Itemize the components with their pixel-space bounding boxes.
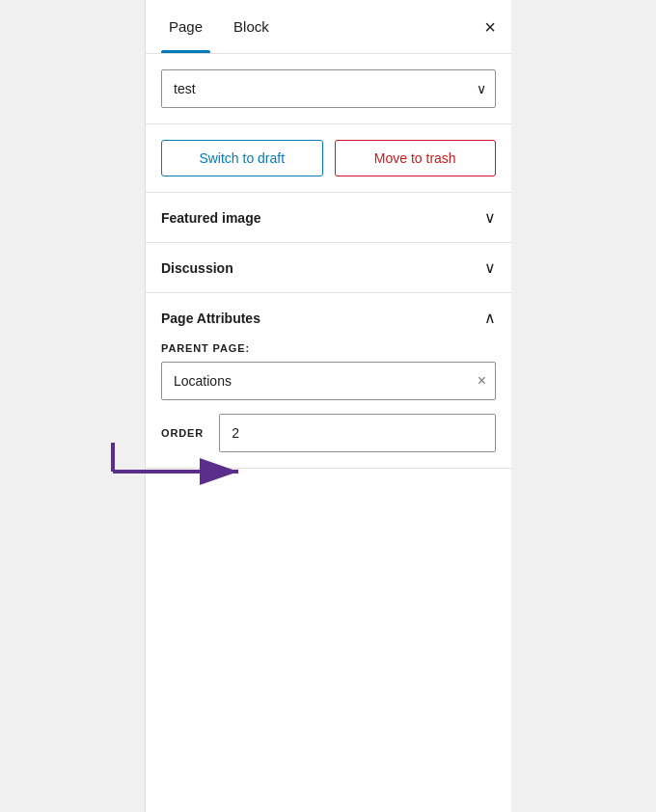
featured-image-header[interactable]: Featured image ∨ <box>146 193 511 242</box>
page-attributes-section: Page Attributes ∧ PARENT PAGE: × ORDER <box>146 293 511 469</box>
page-attributes-header[interactable]: Page Attributes ∧ <box>146 293 511 342</box>
page-attributes-title: Page Attributes <box>161 311 260 326</box>
featured-image-chevron-icon: ∨ <box>484 208 496 227</box>
tab-page[interactable]: Page <box>161 0 210 53</box>
status-section: testPublishedDraftPending Review ∨ <box>146 54 511 124</box>
switch-to-draft-button[interactable]: Switch to draft <box>161 140 323 176</box>
parent-page-label: PARENT PAGE: <box>161 342 496 354</box>
page-attributes-chevron-icon: ∧ <box>484 309 496 327</box>
tabs-header: Page Block × <box>146 0 511 54</box>
featured-image-section: Featured image ∨ <box>146 193 511 243</box>
arrow-annotation <box>103 433 258 487</box>
parent-page-clear-button[interactable]: × <box>478 373 486 389</box>
parent-page-input[interactable] <box>161 362 496 400</box>
tab-block[interactable]: Block <box>226 0 277 53</box>
parent-page-field-wrapper: × <box>161 362 496 400</box>
discussion-header[interactable]: Discussion ∨ <box>146 243 511 292</box>
discussion-chevron-icon: ∨ <box>484 258 496 277</box>
status-select-wrapper: testPublishedDraftPending Review ∨ <box>161 69 496 108</box>
sidebar-panel: Page Block × testPublishedDraftPending R… <box>145 0 511 812</box>
move-to-trash-button[interactable]: Move to trash <box>335 140 497 176</box>
discussion-section: Discussion ∨ <box>146 243 511 293</box>
close-button[interactable]: × <box>484 17 496 37</box>
status-select[interactable]: testPublishedDraftPending Review <box>161 69 496 108</box>
order-input[interactable] <box>219 414 496 452</box>
action-buttons-row: Switch to draft Move to trash <box>146 124 511 193</box>
featured-image-title: Featured image <box>161 210 260 226</box>
discussion-title: Discussion <box>161 260 233 276</box>
order-row: ORDER <box>161 414 496 452</box>
page-attributes-content: PARENT PAGE: × ORDER <box>146 342 511 468</box>
